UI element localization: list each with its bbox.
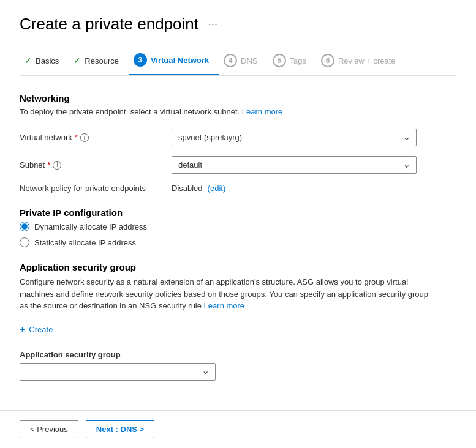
subnet-required: * (47, 160, 50, 170)
page-title: Create a private endpoint (20, 15, 198, 34)
private-ip-radio-group: Dynamically allocate IP address Statical… (20, 222, 456, 247)
subnet-info-icon[interactable]: i (53, 161, 61, 170)
tags-circle: 5 (273, 54, 286, 67)
network-policy-label: Network policy for private endpoints (20, 184, 167, 193)
step-basics[interactable]: ✓ Basics (20, 51, 69, 73)
step-review-create[interactable]: 6 Review + create (316, 49, 406, 75)
wizard-steps: ✓ Basics ✓ Resource 3 Virtual Network 4 … (20, 48, 456, 76)
private-ip-title: Private IP configuration (20, 207, 456, 218)
virtual-network-row: Virtual network * i spvnet (sprelayrg) (20, 129, 456, 146)
asg-create-button[interactable]: + Create (20, 322, 53, 338)
step-tags-label: Tags (290, 56, 306, 65)
plus-icon: + (20, 324, 25, 335)
step-review-create-label: Review + create (338, 56, 396, 65)
virtual-network-label: Virtual network * i (20, 133, 167, 142)
virtual-network-required: * (75, 133, 78, 142)
virtual-network-info-icon[interactable]: i (80, 133, 89, 142)
resource-check-icon: ✓ (74, 56, 81, 65)
virtual-network-select[interactable]: spvnet (sprelayrg) (172, 129, 417, 146)
previous-button[interactable]: < Previous (20, 420, 78, 438)
asg-field-label: Application security group (20, 350, 456, 359)
networking-section: Networking To deploy the private endpoin… (20, 93, 456, 193)
footer: < Previous Next : DNS > (0, 410, 476, 448)
subnet-dropdown-wrapper: default (172, 156, 417, 174)
network-policy-value: Disabled (172, 184, 203, 193)
create-button-label: Create (29, 325, 53, 334)
dns-circle: 4 (224, 54, 237, 67)
subnet-row: Subnet * i default (20, 156, 456, 174)
review-circle: 6 (321, 54, 334, 67)
dynamic-ip-option[interactable]: Dynamically allocate IP address (20, 222, 456, 231)
asg-title: Application security group (20, 262, 456, 272)
asg-section: Application security group Configure net… (20, 262, 456, 381)
step-dns-label: DNS (241, 56, 257, 65)
static-ip-label: Statically allocate IP address (34, 238, 136, 247)
static-ip-option[interactable]: Statically allocate IP address (20, 237, 456, 247)
network-policy-edit-link[interactable]: (edit) (208, 184, 226, 193)
virtual-network-dropdown-wrapper: spvnet (sprelayrg) (172, 129, 417, 146)
ellipsis-menu-button[interactable]: ··· (206, 17, 220, 32)
step-resource-label: Resource (85, 56, 119, 65)
step-resource[interactable]: ✓ Resource (69, 51, 129, 73)
dynamic-ip-radio[interactable] (20, 222, 29, 231)
networking-learn-more-link[interactable]: Learn more (242, 107, 282, 116)
asg-select[interactable] (20, 363, 216, 381)
networking-title: Networking (20, 93, 456, 103)
dynamic-ip-label: Dynamically allocate IP address (34, 222, 147, 231)
private-ip-section: Private IP configuration Dynamically all… (20, 207, 456, 247)
step-virtual-network-label: Virtual Network (151, 56, 209, 65)
subnet-control: default (172, 156, 417, 174)
networking-description: To deploy the private endpoint, select a… (20, 107, 456, 116)
virtual-network-circle: 3 (134, 53, 147, 67)
asg-learn-more-link[interactable]: Learn more (204, 301, 244, 310)
step-dns[interactable]: 4 DNS (219, 49, 267, 75)
network-policy-row: Network policy for private endpoints Dis… (20, 184, 456, 193)
step-basics-label: Basics (36, 56, 59, 65)
step-virtual-network[interactable]: 3 Virtual Network (129, 48, 219, 75)
static-ip-radio[interactable] (20, 237, 29, 247)
subnet-select[interactable]: default (172, 156, 417, 174)
basics-check-icon: ✓ (25, 56, 32, 65)
asg-description: Configure network security as a natural … (20, 276, 436, 312)
subnet-label: Subnet * i (20, 160, 167, 170)
step-tags[interactable]: 5 Tags (268, 49, 316, 75)
asg-dropdown-wrapper (20, 363, 216, 381)
virtual-network-control: spvnet (sprelayrg) (172, 129, 417, 146)
next-dns-button[interactable]: Next : DNS > (86, 420, 154, 438)
